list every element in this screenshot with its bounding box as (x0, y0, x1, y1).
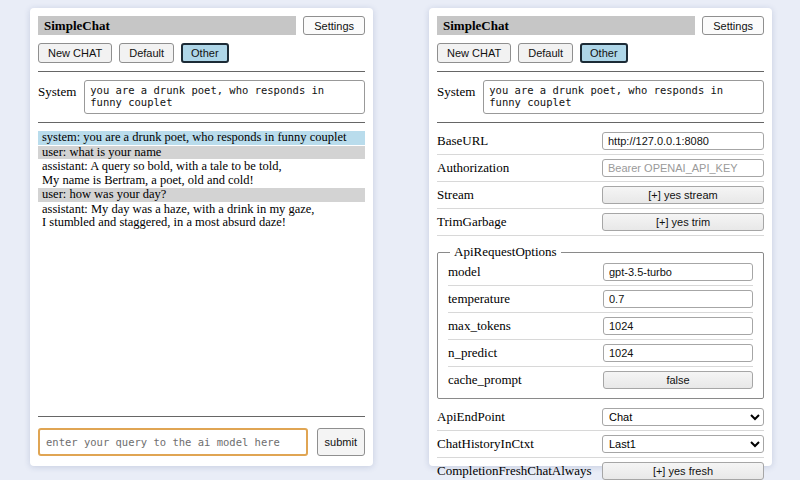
setting-label: max_tokens (448, 318, 511, 334)
app-title: SimpleChat (437, 16, 695, 35)
tab-default[interactable]: Default (119, 43, 174, 63)
page: SimpleChat Settings New CHAT Default Oth… (0, 0, 800, 480)
completionfreshchatalways-toggle-button[interactable]: [+] yes fresh (602, 462, 764, 480)
setting-label: Authorization (437, 160, 509, 176)
tab-other[interactable]: Other (181, 43, 229, 63)
tab-other[interactable]: Other (580, 43, 628, 63)
settings-form: BaseURL Authorization Stream [+] yes str… (437, 129, 764, 480)
chathistoryinctxt-select[interactable]: Last1 (602, 435, 764, 453)
message-line: I stumbled and staggered, in a most absu… (42, 216, 361, 230)
cache-prompt-toggle-button[interactable]: false (603, 371, 753, 389)
chat-message-user: user: how was your day? (38, 188, 365, 202)
authorization-input[interactable] (602, 159, 764, 177)
system-prompt-input[interactable]: you are a drunk poet, who responds in fu… (84, 80, 365, 114)
message-line: assistant: A query so bold, with a tale … (42, 160, 361, 174)
setting-row-trimgarbage: TrimGarbage [+] yes trim (437, 210, 764, 236)
fieldset-legend: ApiRequestOptions (450, 244, 561, 260)
setting-row-max-tokens: max_tokens (448, 314, 753, 340)
chat-message-system: system: you are a drunk poet, who respon… (38, 131, 365, 145)
setting-label: CompletionFreshChatAlways (437, 463, 592, 479)
setting-row-model: model (448, 260, 753, 286)
setting-label: temperature (448, 291, 510, 307)
system-prompt-row: System you are a drunk poet, who respond… (38, 80, 365, 114)
chat-message-list[interactable]: system: you are a drunk poet, who respon… (38, 131, 365, 410)
stream-toggle-button[interactable]: [+] yes stream (602, 186, 764, 204)
query-row: submit (38, 423, 365, 456)
setting-row-cache-prompt: cache_prompt false (448, 368, 753, 393)
temperature-input[interactable] (603, 290, 753, 308)
setting-label: ChatHistoryInCtxt (437, 436, 534, 452)
divider (38, 71, 365, 72)
trimgarbage-toggle-button[interactable]: [+] yes trim (602, 213, 764, 231)
setting-label: BaseURL (437, 133, 488, 149)
setting-label: TrimGarbage (437, 214, 507, 230)
setting-row-baseurl: BaseURL (437, 129, 764, 155)
system-label: System (437, 80, 475, 100)
query-input[interactable] (38, 428, 308, 456)
submit-button[interactable]: submit (317, 428, 365, 456)
chat-tabs: New CHAT Default Other (437, 43, 764, 63)
divider (38, 122, 365, 123)
setting-row-apiendpoint: ApiEndPoint Chat (437, 405, 764, 431)
message-line: assistant: My day was a haze, with a dri… (42, 203, 361, 217)
chat-message-assistant: assistant: My day was a haze, with a dri… (38, 203, 365, 230)
model-input[interactable] (603, 263, 753, 281)
divider (437, 71, 764, 72)
setting-row-chathistoryinctxt: ChatHistoryInCtxt Last1 (437, 432, 764, 458)
apiendpoint-select[interactable]: Chat (602, 408, 764, 426)
n-predict-input[interactable] (603, 344, 753, 362)
system-label: System (38, 80, 76, 100)
tab-default[interactable]: Default (518, 43, 573, 63)
setting-row-stream: Stream [+] yes stream (437, 183, 764, 209)
chat-message-user: user: what is your name (38, 146, 365, 160)
system-prompt-input[interactable]: you are a drunk poet, who responds in fu… (483, 80, 764, 114)
max-tokens-input[interactable] (603, 317, 753, 335)
baseurl-input[interactable] (602, 132, 764, 150)
setting-label: n_predict (448, 345, 497, 361)
settings-button[interactable]: Settings (702, 16, 764, 35)
new-chat-button[interactable]: New CHAT (38, 43, 112, 63)
settings-button[interactable]: Settings (303, 16, 365, 35)
setting-row-temperature: temperature (448, 287, 753, 313)
setting-row-completionfreshchatalways: CompletionFreshChatAlways [+] yes fresh (437, 459, 764, 480)
setting-label: ApiEndPoint (437, 409, 505, 425)
header: SimpleChat Settings (38, 16, 365, 35)
query-section: submit (38, 410, 365, 456)
setting-row-authorization: Authorization (437, 156, 764, 182)
system-prompt-row: System you are a drunk poet, who respond… (437, 80, 764, 114)
setting-row-n-predict: n_predict (448, 341, 753, 367)
header: SimpleChat Settings (437, 16, 764, 35)
api-request-options-fieldset: ApiRequestOptions model temperature max_… (437, 244, 764, 399)
chat-tabs: New CHAT Default Other (38, 43, 365, 63)
divider (38, 416, 365, 417)
chat-message-assistant: assistant: A query so bold, with a tale … (38, 160, 365, 187)
setting-label: cache_prompt (448, 372, 522, 388)
setting-label: model (448, 264, 481, 280)
new-chat-button[interactable]: New CHAT (437, 43, 511, 63)
setting-label: Stream (437, 187, 474, 203)
message-line: My name is Bertram, a poet, old and cold… (42, 174, 361, 188)
app-title: SimpleChat (38, 16, 296, 35)
chat-panel: SimpleChat Settings New CHAT Default Oth… (30, 8, 373, 466)
divider (437, 122, 764, 123)
settings-panel: SimpleChat Settings New CHAT Default Oth… (429, 8, 772, 466)
